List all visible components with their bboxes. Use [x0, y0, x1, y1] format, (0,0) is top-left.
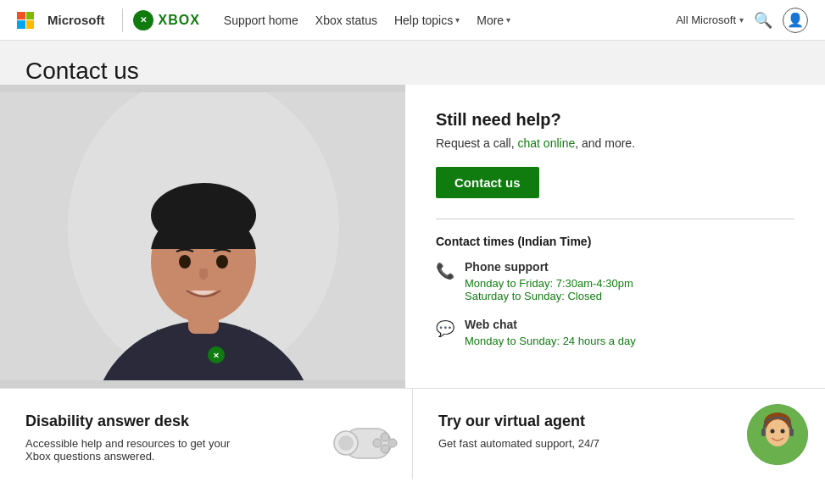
svg-point-14 — [388, 439, 397, 447]
virtual-agent-title: Try our virtual agent — [438, 413, 800, 430]
svg-point-13 — [381, 433, 389, 441]
xbox-logo[interactable]: ✕ XBOX — [133, 10, 200, 30]
page-title: Contact us — [25, 58, 139, 85]
user-account-icon[interactable]: 👤 — [783, 8, 808, 33]
phone-line2: Saturday to Sunday: Closed — [465, 290, 633, 302]
more-chevron-icon: ▾ — [506, 15, 510, 25]
virtual-agent-card: Try our virtual agent Get fast automated… — [413, 389, 825, 479]
microsoft-logo[interactable]: Microsoft — [17, 12, 105, 29]
webchat-line1: Monday to Sunday: 24 hours a day — [465, 335, 636, 347]
still-need-help-heading: Still need help? — [436, 110, 794, 130]
disability-card-text: Accessible help and resources to get you… — [25, 437, 246, 462]
webchat-info: Web chat Monday to Sunday: 24 hours a da… — [465, 318, 636, 347]
svg-point-21 — [781, 429, 785, 433]
webchat-item: 💬 Web chat Monday to Sunday: 24 hours a … — [436, 318, 794, 347]
contact-subtext: Request a call, chat online, and more. — [436, 136, 794, 150]
microsoft-text: Microsoft — [47, 13, 105, 27]
phone-line1: Monday to Friday: 7:30am-4:30pm — [465, 277, 633, 290]
search-icon[interactable]: 🔍 — [754, 11, 772, 30]
phone-support-item: 📞 Phone support Monday to Friday: 7:30am… — [436, 260, 794, 302]
phone-icon: 📞 — [436, 262, 454, 302]
hero-banner: Contact us — [0, 41, 825, 85]
agent-avatar-container — [747, 389, 808, 479]
contact-image: ✕ — [0, 85, 405, 388]
nav-more[interactable]: More ▾ — [470, 8, 517, 32]
all-microsoft-button[interactable]: All Microsoft ▾ — [676, 14, 744, 26]
person-photo: ✕ — [0, 92, 405, 380]
nav-bar: Microsoft ✕ XBOX Support home Xbox statu… — [0, 0, 825, 41]
nav-xbox-status[interactable]: Xbox status — [309, 8, 384, 32]
xbox-circle-icon: ✕ — [133, 10, 153, 30]
phone-support-info: Phone support Monday to Friday: 7:30am-4… — [465, 260, 633, 302]
controller-image — [327, 420, 395, 467]
contact-us-button[interactable]: Contact us — [436, 167, 539, 198]
svg-point-19 — [766, 419, 789, 446]
user-silhouette-icon: 👤 — [787, 12, 804, 28]
svg-point-9 — [216, 255, 228, 269]
svg-point-8 — [179, 255, 191, 269]
webchat-label: Web chat — [465, 318, 636, 331]
nav-links: Support home Xbox status Help topics ▾ M… — [217, 8, 676, 32]
chat-icon: 💬 — [436, 319, 454, 347]
phone-support-label: Phone support — [465, 260, 633, 274]
contact-panel: Still need help? Request a call, chat on… — [405, 85, 825, 388]
person-svg: ✕ — [0, 92, 405, 380]
svg-point-15 — [381, 445, 389, 453]
virtual-agent-text: Get fast automated support, 24/7 — [438, 437, 659, 450]
help-topics-chevron-icon: ▾ — [455, 15, 460, 25]
nav-help-topics[interactable]: Help topics ▾ — [387, 8, 466, 32]
main-content: ✕ — [0, 85, 825, 388]
svg-rect-23 — [789, 429, 794, 436]
nav-divider — [122, 8, 123, 32]
all-microsoft-chevron-icon: ▾ — [739, 15, 744, 25]
bottom-cards: Disability answer desk Accessible help a… — [0, 388, 825, 479]
xbox-text: XBOX — [159, 13, 200, 28]
nav-support-home[interactable]: Support home — [217, 8, 305, 32]
contact-times-title: Contact times (Indian Time) — [436, 235, 794, 248]
disability-card: Disability answer desk Accessible help a… — [0, 389, 413, 479]
chat-online-link[interactable]: chat online — [518, 136, 576, 150]
svg-point-12 — [338, 435, 354, 451]
svg-point-20 — [771, 429, 775, 433]
svg-text:✕: ✕ — [213, 352, 220, 360]
divider — [436, 219, 794, 219]
agent-avatar — [747, 404, 808, 465]
svg-rect-22 — [761, 429, 766, 436]
svg-point-16 — [373, 439, 382, 447]
nav-right: All Microsoft ▾ 🔍 👤 — [676, 8, 808, 33]
